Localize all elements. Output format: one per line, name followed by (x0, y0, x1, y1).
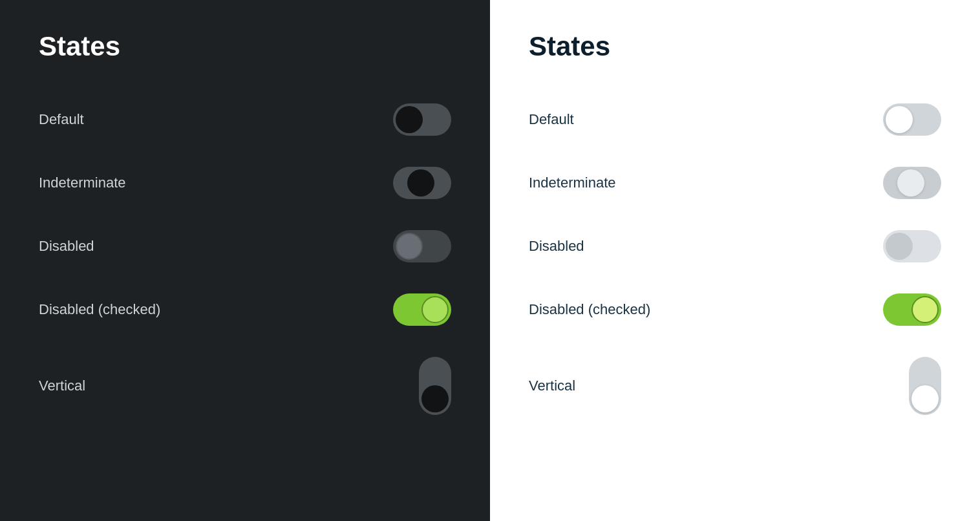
light-vertical-label: Vertical (529, 377, 575, 394)
dark-indeterminate-label: Indeterminate (39, 175, 126, 191)
dark-disabled-checked-toggle (393, 293, 451, 326)
light-indeterminate-toggle-container[interactable] (883, 167, 941, 199)
dark-default-toggle-knob (396, 106, 423, 133)
light-vertical-toggle[interactable] (909, 357, 941, 415)
light-indeterminate-row: Indeterminate (529, 151, 941, 215)
dark-indeterminate-toggle-knob (407, 169, 434, 197)
light-panel-title: States (529, 31, 941, 62)
dark-disabled-row: Disabled (39, 215, 451, 278)
dark-vertical-toggle[interactable] (419, 357, 451, 415)
dark-disabled-label: Disabled (39, 238, 94, 255)
light-disabled-checked-toggle-knob (911, 296, 939, 323)
light-disabled-checked-toggle (883, 293, 941, 326)
light-default-label: Default (529, 111, 574, 128)
light-default-row: Default (529, 88, 941, 151)
light-indeterminate-toggle[interactable] (883, 167, 941, 199)
dark-default-label: Default (39, 111, 84, 128)
light-default-toggle-knob (886, 106, 913, 133)
dark-disabled-checked-label: Disabled (checked) (39, 301, 160, 318)
light-default-toggle-container[interactable] (883, 103, 941, 136)
light-default-toggle[interactable] (883, 103, 941, 136)
dark-disabled-checked-row: Disabled (checked) (39, 278, 451, 341)
dark-disabled-checked-toggle-knob (421, 296, 449, 323)
light-disabled-checked-row: Disabled (checked) (529, 278, 941, 341)
dark-vertical-toggle-container[interactable] (419, 357, 451, 415)
dark-default-row: Default (39, 88, 451, 151)
dark-indeterminate-toggle-container[interactable] (393, 167, 451, 199)
light-disabled-toggle-knob (886, 233, 913, 260)
dark-panel: States Default Indeterminate Disabled Di… (0, 0, 490, 521)
light-panel: States Default Indeterminate Disabled Di… (490, 0, 980, 521)
light-disabled-label: Disabled (529, 238, 584, 255)
dark-panel-title: States (39, 31, 451, 62)
dark-disabled-checked-toggle-container (393, 293, 451, 326)
dark-vertical-toggle-knob (421, 385, 449, 412)
light-disabled-toggle-container (883, 230, 941, 262)
dark-vertical-row: Vertical (39, 341, 451, 431)
dark-indeterminate-row: Indeterminate (39, 151, 451, 215)
light-indeterminate-toggle-knob (897, 169, 924, 197)
light-indeterminate-label: Indeterminate (529, 175, 616, 191)
light-vertical-toggle-knob (911, 385, 939, 412)
dark-default-toggle[interactable] (393, 103, 451, 136)
dark-disabled-toggle-container (393, 230, 451, 262)
light-disabled-toggle (883, 230, 941, 262)
light-vertical-row: Vertical (529, 341, 941, 431)
light-disabled-checked-toggle-container (883, 293, 941, 326)
dark-vertical-label: Vertical (39, 377, 85, 394)
dark-indeterminate-toggle[interactable] (393, 167, 451, 199)
dark-disabled-toggle (393, 230, 451, 262)
light-disabled-row: Disabled (529, 215, 941, 278)
dark-disabled-toggle-knob (396, 233, 423, 260)
dark-default-toggle-container[interactable] (393, 103, 451, 136)
light-disabled-checked-label: Disabled (checked) (529, 301, 650, 318)
light-vertical-toggle-container[interactable] (909, 357, 941, 415)
